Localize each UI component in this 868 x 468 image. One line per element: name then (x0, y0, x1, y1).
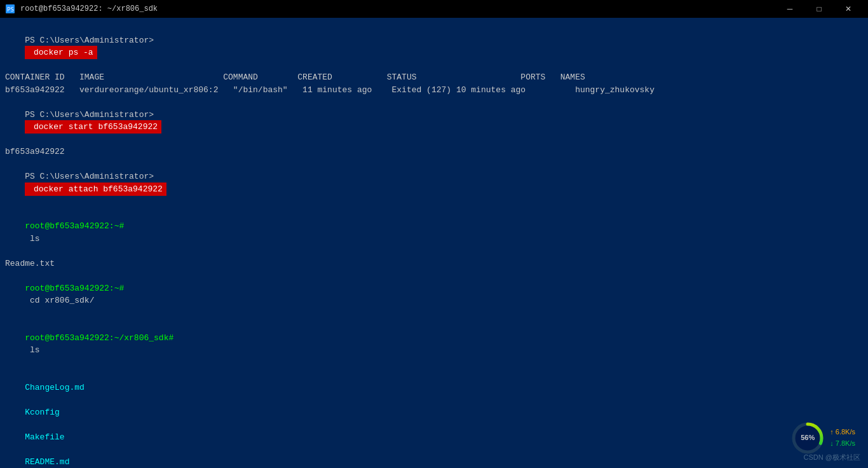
window-controls: ─ □ ✕ (775, 0, 863, 18)
download-speed: ↓ 7.8K/s (830, 439, 855, 449)
upload-speed: ↑ 6.8K/s (830, 427, 855, 437)
root-prompt-6: root@bf653a942922:~# (25, 284, 124, 293)
terminal-line-4: root@bf653a942922:~# ls (5, 208, 863, 258)
cmd-highlight-2: docker start bf653a942922 (26, 121, 160, 132)
cmd-highlight-1: docker ps -a (26, 47, 95, 58)
terminal-line-3: PS C:\Users\Administrator> docker attach… (5, 158, 863, 208)
minimize-button[interactable]: ─ (775, 0, 804, 18)
prompt-1: PS C:\Users\Administrator> (25, 36, 154, 45)
terminal-line-1: PS C:\Users\Administrator> docker ps -a (5, 22, 863, 71)
terminal-line-7: root@bf653a942922:~/xr806_sdk# ls (5, 319, 863, 369)
svg-text:PS: PS (7, 6, 14, 13)
prompt-3: PS C:\Users\Administrator> (25, 172, 154, 181)
terminal-body[interactable]: PS C:\Users\Administrator> docker ps -a … (0, 18, 868, 468)
terminal-line-dirlist: ChangeLog.md Kconfig Makefile README.md … (5, 369, 863, 468)
gauge-percent: 56% (801, 433, 815, 443)
title-bar: PS root@bf653a942922: ~/xr806_sdk ─ □ ✕ (0, 0, 868, 18)
cmd-highlight-3: docker attach bf653a942922 (26, 184, 165, 195)
maximize-button[interactable]: □ (804, 0, 834, 18)
terminal-line-data1: bf653a942922 verdureorange/ubuntu_xr806:… (5, 84, 863, 97)
terminal-line-2: PS C:\Users\Administrator> docker start … (5, 96, 863, 146)
terminal-line-header: CONTAINER ID IMAGE COMMAND CREATED STATU… (5, 71, 863, 84)
window-title: root@bf653a942922: ~/xr806_sdk (20, 4, 158, 13)
watermark: CSDN @极术社区 (804, 453, 860, 463)
terminal-icon: PS (5, 4, 15, 14)
network-widget: 56% ↑ 6.8K/s ↓ 7.8K/s (790, 421, 855, 455)
terminal-line-6: root@bf653a942922:~# cd xr806_sdk/ (5, 270, 863, 319)
prompt-2: PS C:\Users\Administrator> (25, 110, 154, 120)
root-prompt-4: root@bf653a942922:~# (25, 221, 124, 231)
title-bar-left: PS root@bf653a942922: ~/xr806_sdk (5, 4, 158, 14)
root-prompt-7: root@bf653a942922:~/xr806_sdk# (25, 333, 173, 343)
cpu-gauge: 56% (790, 421, 825, 455)
network-stats: ↑ 6.8K/s ↓ 7.8K/s (830, 427, 855, 449)
terminal-line-data2: bf653a942922 (5, 146, 863, 158)
terminal-line-5: Readme.txt (5, 258, 863, 270)
close-button[interactable]: ✕ (834, 0, 863, 18)
